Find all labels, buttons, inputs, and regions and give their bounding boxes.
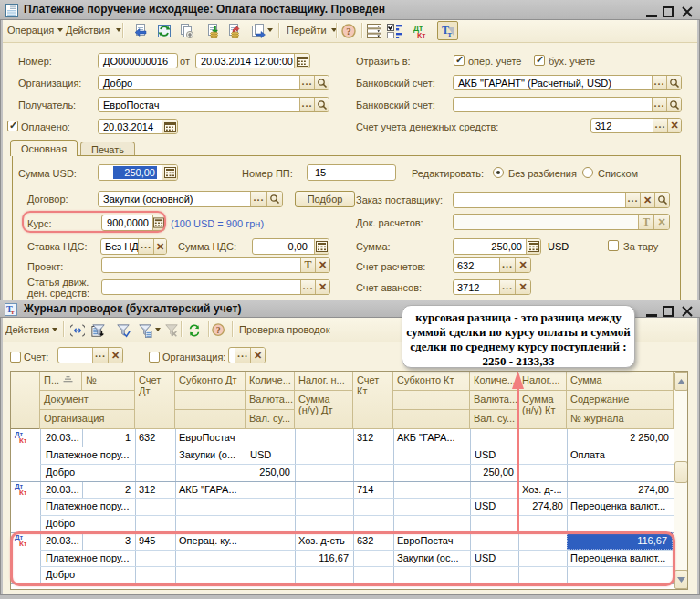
svg-text:?: ? <box>216 325 221 335</box>
svg-text:т: т <box>11 309 15 316</box>
